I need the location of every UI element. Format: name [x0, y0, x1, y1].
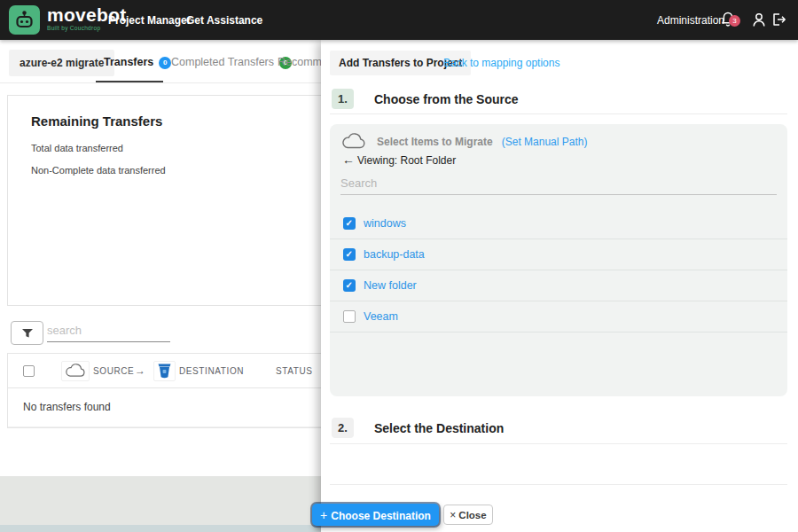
set-manual-path-link[interactable]: (Set Manual Path): [502, 136, 588, 148]
tab-transfers-label: Transfers: [104, 56, 153, 68]
funnel-icon: [21, 328, 34, 339]
picker-search-input[interactable]: [340, 172, 777, 195]
divider: [330, 484, 787, 485]
source-item-label: Veeam: [364, 310, 398, 323]
checkbox-icon[interactable]: [343, 310, 356, 323]
nav-link-get-assistance[interactable]: Get Assistance: [186, 14, 262, 27]
active-tab-underline: [96, 81, 163, 82]
step1-title: Choose from the Source: [374, 92, 519, 106]
arrow-right-icon: →: [135, 364, 146, 377]
select-all-checkbox[interactable]: [23, 365, 35, 377]
tab-transfers[interactable]: Transfers0: [104, 56, 171, 69]
notification-count-badge: 3: [729, 15, 740, 27]
divider: [330, 443, 787, 444]
movebot-logo[interactable]: [9, 5, 40, 35]
status-column-header: STATUS: [276, 366, 313, 376]
close-icon: ×: [450, 509, 456, 521]
top-navbar: movebot Built by Couchdrop Project Manag…: [0, 0, 798, 40]
viewing-label: Viewing: Root Folder: [357, 154, 456, 167]
source-item-label: New folder: [364, 279, 417, 292]
viewing-root-folder[interactable]: ←Viewing: Root Folder: [342, 153, 456, 167]
source-item-label: backup-data: [364, 248, 425, 261]
choose-destination-button[interactable]: +Choose Destination: [312, 504, 439, 526]
source-picker-card: Select Items to Migrate (Set Manual Path…: [330, 124, 787, 396]
divider: [330, 113, 787, 114]
checkbox-icon[interactable]: [343, 217, 356, 230]
source-column-header: SOURCE: [93, 366, 134, 376]
add-transfers-drawer: Add Transfers to Project Back to mapping…: [321, 40, 798, 532]
source-item-list: windows backup-data New folder Veeam: [330, 208, 787, 332]
checkbox-icon[interactable]: [343, 248, 356, 261]
step2-number: 2.: [332, 418, 354, 438]
project-name-chip[interactable]: azure-e2 migrate: [9, 50, 114, 76]
transfers-search-input[interactable]: [47, 319, 170, 342]
destination-column-header: DESTINATION: [179, 366, 244, 376]
step1-number: 1.: [332, 89, 354, 109]
checkbox-icon[interactable]: [343, 279, 356, 292]
destination-bucket-icon: [153, 361, 176, 381]
step2-header: 2. Select the Destination: [332, 418, 504, 438]
robot-icon: [13, 9, 35, 31]
nav-link-project-manager[interactable]: Project Manager: [108, 14, 191, 27]
picker-header: Select Items to Migrate (Set Manual Path…: [341, 133, 587, 150]
source-cloud-icon: [61, 361, 90, 381]
user-account-icon[interactable]: [751, 11, 767, 28]
source-item-new-folder[interactable]: New folder: [330, 270, 787, 301]
filter-button[interactable]: [11, 321, 43, 345]
app-root: movebot Built by Couchdrop Project Manag…: [0, 0, 798, 532]
picker-heading: Select Items to Migrate: [377, 136, 493, 148]
logout-icon[interactable]: [770, 11, 787, 28]
close-button[interactable]: ×Close: [443, 505, 493, 525]
step1-header: 1. Choose from the Source: [332, 89, 519, 109]
tab-completed-transfers[interactable]: Completed Transfers0: [171, 56, 292, 69]
source-item-label: windows: [364, 217, 406, 230]
back-to-mapping-link[interactable]: Back to mapping options: [443, 57, 559, 69]
cloud-icon: [341, 133, 366, 150]
back-arrow-icon: ←: [342, 153, 355, 167]
close-label: Close: [458, 510, 486, 520]
source-item-veeam[interactable]: Veeam: [330, 301, 787, 332]
tab-completed-label: Completed Transfers: [171, 56, 274, 68]
step2-title: Select the Destination: [374, 421, 504, 435]
choose-destination-label: Choose Destination: [331, 510, 431, 522]
source-item-windows[interactable]: windows: [330, 208, 787, 239]
plus-icon: +: [320, 508, 327, 522]
nav-link-administration[interactable]: Administration: [657, 14, 724, 27]
source-item-backup-data[interactable]: backup-data: [330, 239, 787, 270]
transfers-count-badge: 0: [159, 57, 171, 69]
